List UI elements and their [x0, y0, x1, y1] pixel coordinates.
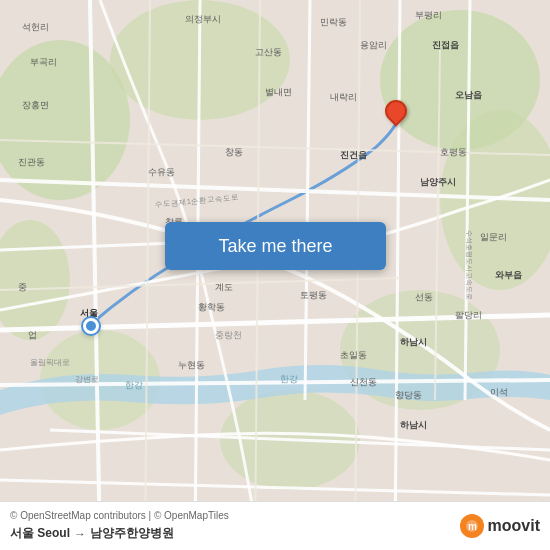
pin-marker [380, 95, 411, 126]
svg-text:토평동: 토평동 [300, 290, 327, 300]
svg-text:신천동: 신천동 [350, 377, 377, 387]
svg-text:m: m [468, 521, 477, 532]
svg-text:팔당리: 팔당리 [455, 310, 482, 320]
svg-text:용암리: 용암리 [360, 40, 387, 50]
destination-pin [385, 100, 407, 122]
svg-text:한강: 한강 [125, 380, 143, 390]
svg-text:일문리: 일문리 [480, 232, 507, 242]
svg-text:의정부시: 의정부시 [185, 14, 221, 24]
svg-text:이석: 이석 [490, 387, 508, 397]
route-info: 서울 Seoul → 남양주한양병원 [10, 525, 229, 542]
bottom-bar: © OpenStreetMap contributors | © OpenMap… [0, 501, 550, 550]
svg-text:수유동: 수유동 [148, 167, 175, 177]
svg-text:창동: 창동 [225, 147, 243, 157]
moovit-logo: m moovit [460, 514, 540, 538]
origin-label: 서울 Seoul [10, 525, 70, 542]
moovit-text: moovit [488, 517, 540, 535]
map-svg: 석헌리 의정부시 민락동 부평리 부곡리 고산동 용암리 진접읍 장흥면 별내면… [0, 0, 550, 550]
svg-text:업: 업 [28, 330, 37, 340]
svg-text:고산동: 고산동 [255, 47, 282, 57]
svg-text:선동: 선동 [415, 292, 433, 302]
svg-text:진건읍: 진건읍 [340, 150, 367, 160]
svg-text:남양주시: 남양주시 [420, 177, 456, 187]
svg-point-7 [0, 220, 70, 340]
svg-text:황학동: 황학동 [198, 302, 225, 312]
svg-text:하남시: 하남시 [400, 420, 427, 430]
moovit-icon: m [460, 514, 484, 538]
svg-line-16 [305, 0, 310, 400]
svg-text:진관동: 진관동 [18, 157, 45, 167]
svg-text:강변로: 강변로 [75, 375, 99, 384]
svg-text:진접읍: 진접읍 [432, 40, 459, 50]
svg-text:누현동: 누현동 [178, 360, 205, 370]
svg-text:별내면: 별내면 [265, 87, 292, 97]
svg-text:오남읍: 오남읍 [455, 90, 482, 100]
svg-text:석헌리: 석헌리 [22, 22, 49, 32]
svg-text:초일동: 초일동 [340, 350, 367, 360]
arrow-icon: → [74, 527, 86, 541]
copyright-text: © OpenStreetMap contributors | © OpenMap… [10, 510, 229, 521]
svg-text:장흥면: 장흥면 [22, 100, 49, 110]
svg-text:민락동: 민락동 [320, 17, 347, 27]
svg-text:부평리: 부평리 [415, 10, 442, 20]
svg-text:향당동: 향당동 [395, 390, 422, 400]
svg-line-23 [355, 0, 360, 550]
svg-text:부곡리: 부곡리 [30, 57, 57, 67]
svg-text:서울: 서울 [80, 308, 98, 318]
svg-text:와부읍: 와부읍 [495, 270, 522, 280]
svg-text:수석호평도시고속도로: 수석호평도시고속도로 [465, 230, 473, 300]
svg-text:호평동: 호평동 [440, 147, 467, 157]
bottom-bar-left: © OpenStreetMap contributors | © OpenMap… [10, 510, 229, 542]
svg-text:중: 중 [18, 282, 27, 292]
map-container: 석헌리 의정부시 민락동 부평리 부곡리 고산동 용암리 진접읍 장흥면 별내면… [0, 0, 550, 550]
svg-text:한강: 한강 [280, 374, 298, 384]
svg-text:내락리: 내락리 [330, 92, 357, 102]
origin-dot [83, 318, 99, 334]
svg-text:계도: 계도 [215, 282, 233, 292]
take-me-there-button[interactable]: Take me there [165, 222, 386, 270]
destination-label: 남양주한양병원 [90, 525, 174, 542]
svg-text:올림픽대로: 올림픽대로 [30, 358, 70, 367]
svg-text:중랑천: 중랑천 [215, 330, 242, 340]
svg-text:하남시: 하남시 [400, 337, 427, 347]
